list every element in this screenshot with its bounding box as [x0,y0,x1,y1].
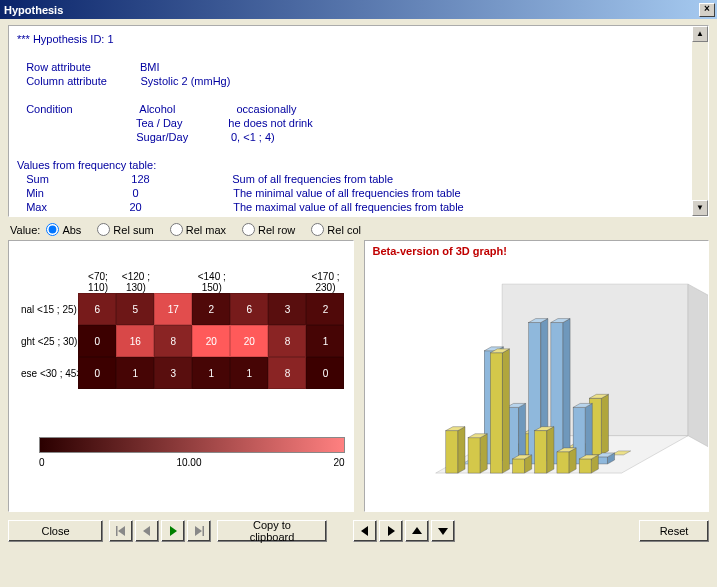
heatmap-body: nal <15 ; 25)65172632ght <25 ; 30)016820… [21,293,345,389]
svg-marker-55 [569,448,576,473]
heatmap-cell: 0 [78,325,116,357]
heatmap-cell: 3 [268,293,306,325]
svg-marker-61 [118,526,125,536]
heatmap-col-header: <70; 110) [79,271,117,293]
info-panel: *** Hypothesis ID: 1 Row attribute BMI C… [8,25,709,217]
scrollbar[interactable]: ▲ ▼ [692,26,708,216]
heatmap-cell: 1 [116,357,154,389]
heatmap-legend [39,437,345,453]
svg-marker-68 [412,527,422,534]
radio-relsum[interactable]: Rel sum [97,223,153,236]
svg-marker-46 [502,349,509,473]
svg-rect-51 [534,431,546,473]
svg-marker-63 [170,526,177,536]
heatmap-col-header [231,271,269,293]
value-label: Value: [10,224,40,236]
svg-marker-17 [601,394,608,455]
button-row: Close Copy to clipboard Reset [8,512,709,542]
heatmap-cell: 0 [306,357,344,389]
heatmap-col-header [155,271,193,293]
svg-marker-1 [688,284,708,447]
svg-rect-45 [490,353,502,473]
svg-marker-52 [546,427,553,473]
svg-rect-65 [203,526,205,536]
heatmap-cell: 5 [116,293,154,325]
scroll-up-icon[interactable]: ▲ [692,26,708,42]
value-radio-group: Value: Abs Rel sum Rel max Rel row Rel c… [8,217,709,240]
next-button[interactable] [161,520,185,542]
info-text: *** Hypothesis ID: 1 Row attribute BMI C… [9,26,708,217]
heatmap-cell: 20 [192,325,230,357]
arrow-up-button[interactable] [405,520,429,542]
svg-rect-60 [116,526,118,536]
heatmap-cell: 1 [306,325,344,357]
heatmap-col-header: <170 ; 230) [307,271,345,293]
heatmap-cell: 8 [268,325,306,357]
first-button[interactable] [109,520,133,542]
svg-rect-57 [579,459,591,473]
scroll-down-icon[interactable]: ▼ [692,200,708,216]
titlebar: Hypothesis × [0,0,717,19]
heatmap-col-headers: <70; 110)<120 ; 130)<140 ; 150)<170 ; 23… [79,271,345,293]
heatmap-row-header: nal <15 ; 25) [21,304,78,315]
svg-marker-69 [438,528,448,535]
svg-rect-54 [556,452,568,473]
svg-rect-48 [512,459,524,473]
chart3d-panel: Beta-version of 3D graph! [364,240,710,512]
heatmap-col-header: <120 ; 130) [117,271,155,293]
radio-relrow[interactable]: Rel row [242,223,295,236]
svg-marker-67 [388,526,395,536]
copy-button[interactable]: Copy to clipboard [217,520,327,542]
svg-marker-40 [457,427,464,473]
heatmap-cell: 0 [78,357,116,389]
svg-marker-62 [143,526,150,536]
heatmap-cell: 6 [78,293,116,325]
svg-marker-66 [361,526,368,536]
heatmap-cell: 8 [154,325,192,357]
heatmap-panel: <70; 110)<120 ; 130)<140 ; 150)<170 ; 23… [8,240,354,512]
heatmap-cell: 16 [116,325,154,357]
reset-button[interactable]: Reset [639,520,709,542]
arrow-left-button[interactable] [353,520,377,542]
svg-rect-39 [445,431,457,473]
heatmap-cell: 2 [192,293,230,325]
chart3d [365,271,708,512]
heatmap-row-header: ese <30 ; 45> [21,368,78,379]
arrow-right-button[interactable] [379,520,403,542]
radio-relmax[interactable]: Rel max [170,223,226,236]
close-button[interactable]: Close [8,520,103,542]
content: *** Hypothesis ID: 1 Row attribute BMI C… [0,19,717,587]
heatmap-cell: 2 [306,293,344,325]
heatmap-cell: 8 [268,357,306,389]
heatmap-cell: 20 [230,325,268,357]
heatmap-row-header: ght <25 ; 30) [21,336,78,347]
close-icon[interactable]: × [699,3,715,17]
heatmap-cell: 1 [230,357,268,389]
heatmap-cell: 1 [192,357,230,389]
last-button[interactable] [187,520,211,542]
heatmap-cell: 3 [154,357,192,389]
svg-marker-31 [563,319,570,464]
heatmap-legend-ticks: 0 10.00 20 [39,457,345,468]
arrow-down-button[interactable] [431,520,455,542]
svg-marker-43 [480,434,487,473]
radio-relcol[interactable]: Rel col [311,223,361,236]
prev-button[interactable] [135,520,159,542]
heatmap-cell: 17 [154,293,192,325]
heatmap-col-header [269,271,307,293]
heatmap-cell: 6 [230,293,268,325]
svg-rect-42 [468,438,480,473]
window-title: Hypothesis [4,4,699,16]
beta-label: Beta-version of 3D graph! [373,245,507,257]
svg-marker-64 [195,526,202,536]
heatmap-col-header: <140 ; 150) [193,271,231,293]
radio-abs[interactable]: Abs [46,223,81,236]
